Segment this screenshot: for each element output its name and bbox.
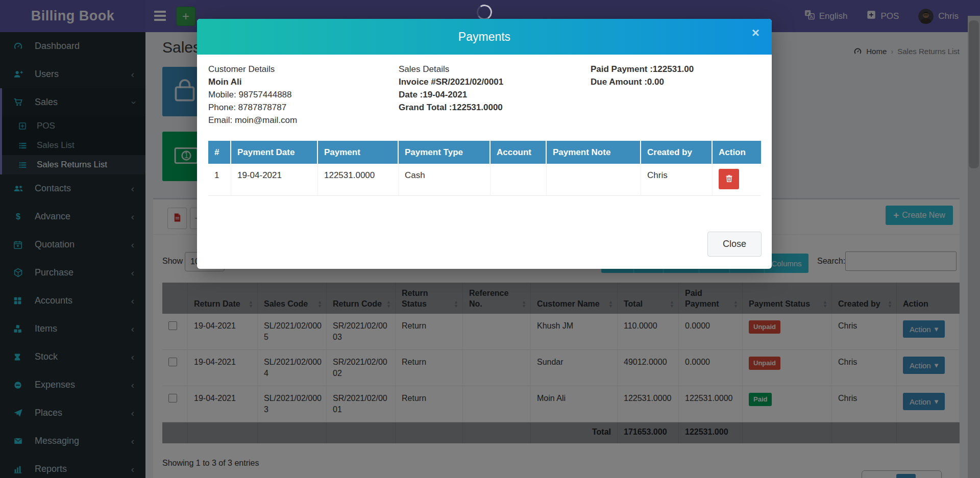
payments-column-header-payment-date: Payment Date: [231, 141, 318, 164]
payments-cell-: 1: [208, 164, 231, 196]
customer-details-heading: Customer Details: [208, 63, 297, 76]
invoice-number: Invoice #SR/2021/02/0001: [399, 76, 503, 88]
customer-email: Email: moin@mail.com: [208, 114, 297, 127]
modal-header: Payments ×: [197, 19, 772, 55]
delete-payment-button[interactable]: [719, 169, 739, 189]
payments-cell-payment-type: Cash: [399, 164, 491, 196]
payments-column-header-created-by: Created by: [641, 141, 713, 164]
payments-cell-payment: 122531.0000: [318, 164, 399, 196]
payments-cell-account: [491, 164, 547, 196]
payments-modal: Payments × Customer Details Moin Ali Mob…: [197, 19, 772, 269]
due-amount: Due Amount :0.00: [591, 76, 694, 88]
close-icon[interactable]: ×: [752, 26, 760, 39]
customer-mobile: Mobile: 98757444888: [208, 88, 297, 101]
payments-cell-payment-date: 19-04-2021: [231, 164, 318, 196]
payments-cell-action: [713, 164, 761, 196]
sale-date: Date :19-04-2021: [399, 88, 503, 101]
sales-details-heading: Sales Details: [399, 63, 503, 76]
modal-title: Payments: [458, 30, 510, 44]
payments-column-header-payment: Payment: [318, 141, 399, 164]
close-button[interactable]: Close: [707, 232, 762, 257]
payments-cell-created-by: Chris: [641, 164, 713, 196]
grand-total: Grand Total :122531.0000: [399, 101, 503, 114]
customer-name: Moin Ali: [208, 76, 297, 88]
payments-cell-payment-note: [547, 164, 641, 196]
payments-column-header-payment-type: Payment Type: [399, 141, 491, 164]
trash-icon: [725, 174, 733, 184]
paid-payment: Paid Payment :122531.00: [591, 63, 694, 76]
customer-phone: Phone: 8787878787: [208, 101, 297, 114]
sales-details: Sales Details Invoice #SR/2021/02/0001 D…: [399, 63, 503, 114]
page: Billing Book + aA English POS Chris Dash…: [0, 0, 980, 478]
payments-table-header: #Payment DatePaymentPayment TypeAccountP…: [208, 141, 761, 164]
payments-column-header-payment-note: Payment Note: [547, 141, 641, 164]
payments-column-header-: #: [208, 141, 231, 164]
payments-column-header-account: Account: [491, 141, 547, 164]
customer-details: Customer Details Moin Ali Mobile: 987574…: [208, 63, 297, 127]
payment-summary: Paid Payment :122531.00 Due Amount :0.00: [591, 63, 694, 88]
payments-table: #Payment DatePaymentPayment TypeAccountP…: [208, 141, 761, 196]
payments-column-header-action: Action: [713, 141, 761, 164]
payments-table-row: 119-04-2021122531.0000CashChris: [208, 164, 761, 196]
